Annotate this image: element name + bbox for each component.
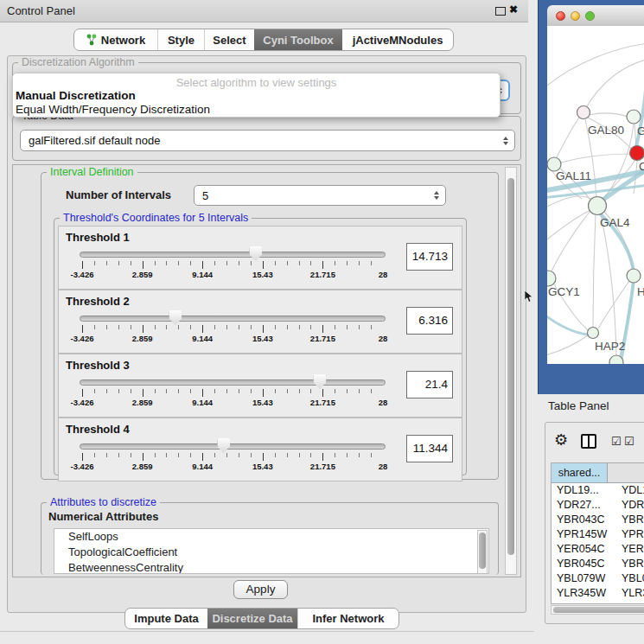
attributes-list[interactable]: SelfLoops TopologicalCoefficient Between… [54, 528, 489, 574]
tick-label: 2.859 [132, 270, 153, 279]
threshold-value-field[interactable]: 11.344 [406, 435, 453, 462]
slider-knob[interactable] [217, 438, 230, 453]
threshold-slider[interactable]: -3.426 2.859 9.144 15.43 21.715 28 [80, 314, 386, 343]
tab-impute-data[interactable]: Impute Data [125, 609, 207, 628]
cell[interactable]: YDL1 [607, 483, 644, 498]
network-node-selected[interactable] [630, 146, 644, 161]
list-item[interactable]: TopologicalCoefficient [54, 545, 488, 560]
network-node[interactable] [588, 328, 599, 339]
table-row[interactable]: YBL079W YBL0 [552, 571, 644, 586]
table-data-combo[interactable]: galFiltered.sif default node [20, 130, 515, 151]
tick-label: 9.144 [192, 462, 213, 471]
slider-track[interactable] [80, 252, 386, 258]
slider-knob[interactable] [249, 246, 262, 261]
cell[interactable]: YPR1 [607, 527, 644, 542]
dropdown-option-manual[interactable]: Manual Discretization [16, 89, 136, 102]
interval-group-label: Interval Definition [47, 166, 137, 178]
network-node[interactable] [589, 197, 607, 215]
checkbox-icon[interactable]: ☑ [611, 435, 622, 448]
cell[interactable]: YLR345W [552, 586, 607, 601]
cell[interactable]: YER054C [552, 542, 607, 557]
cell[interactable]: YDR2 [607, 498, 644, 513]
tab-jactivemnodules[interactable]: jActiveMNodules [342, 29, 453, 50]
slider-tick-labels: -3.426 2.859 9.144 15.43 21.715 28 [82, 334, 383, 343]
columns-icon[interactable] [581, 434, 596, 449]
cell[interactable]: YBR0 [607, 557, 644, 571]
tab-discretize-data[interactable]: Discretize Data [207, 609, 297, 628]
slider-track[interactable] [80, 316, 386, 322]
tab-cyni-toolbox[interactable]: Cyni Toolbox [254, 29, 342, 50]
table-row[interactable]: YLR345W YLR3 [552, 586, 644, 601]
cell[interactable]: YBR0 [607, 513, 644, 527]
threshold-slider[interactable]: -3.426 2.859 9.144 15.43 21.715 28 [80, 378, 386, 407]
network-node[interactable] [627, 269, 641, 283]
float-window-button[interactable] [495, 7, 506, 16]
table-row[interactable]: YIL052C YIL0 [552, 601, 644, 604]
tick-label: 21.715 [310, 462, 335, 471]
network-node[interactable] [627, 110, 641, 124]
settings-scrollbar[interactable] [505, 167, 517, 575]
close-traffic-light[interactable] [556, 11, 565, 21]
tick-label: -3.426 [71, 334, 94, 343]
slider-knob[interactable] [169, 310, 182, 325]
zoom-traffic-light[interactable] [585, 11, 595, 21]
list-item[interactable]: SelfLoops [54, 529, 488, 545]
gear-icon[interactable]: ⚙ [554, 432, 568, 448]
table-row[interactable]: YPR145W YPR1 [552, 527, 644, 542]
tab-style[interactable]: Style [157, 29, 204, 50]
cell[interactable]: YBL079W [552, 571, 607, 586]
top-tabbar: Network Style Select Cyni Toolbox jActiv… [73, 29, 454, 51]
list-item[interactable]: BetweennessCentrality [54, 560, 488, 574]
list-scrollbar[interactable] [477, 530, 488, 574]
threshold-slider[interactable]: -3.426 2.859 9.144 15.43 21.715 28 [80, 250, 386, 279]
tab-select[interactable]: Select [204, 29, 254, 50]
cell[interactable]: YDR27... [552, 498, 607, 513]
tab-network[interactable]: Network [74, 29, 157, 50]
table-row[interactable]: YBR045C YBR0 [552, 557, 644, 571]
table-body: YDL19... YDL1 YDR27... YDR2 YBR043C YBR0… [552, 483, 644, 604]
slider-tick-labels: -3.426 2.859 9.144 15.43 21.715 28 [82, 270, 383, 279]
column-header-name[interactable]: n [608, 463, 644, 482]
table-header-row: shared... n [552, 463, 644, 483]
cell[interactable]: YER0 [607, 542, 644, 557]
cell[interactable]: YBR045C [552, 557, 607, 571]
cell[interactable]: YPR145W [552, 527, 607, 542]
network-node[interactable] [577, 106, 590, 119]
threshold-value-field[interactable]: 21.4 [406, 371, 453, 399]
num-intervals-combo[interactable]: 5 [194, 185, 446, 206]
table-row[interactable]: YDR27... YDR2 [552, 498, 644, 513]
cell[interactable]: YDL19... [552, 483, 607, 498]
threshold-value-field[interactable]: 14.713 [406, 243, 453, 271]
cell[interactable]: YBL0 [607, 571, 644, 586]
cell[interactable]: YIL052C [552, 601, 607, 604]
tick-label: 28 [379, 398, 388, 407]
cell[interactable]: YBR043C [552, 513, 607, 527]
network-window-titlebar[interactable] [547, 5, 644, 27]
numerical-attributes-label: Numerical Attributes [48, 510, 158, 523]
table-hscrollbar[interactable] [551, 605, 644, 615]
cell[interactable]: YIL0 [607, 601, 644, 604]
tab-infer-network[interactable]: Infer Network [297, 609, 399, 628]
table-row[interactable]: YER054C YER0 [552, 542, 644, 557]
table-row[interactable]: YBR043C YBR0 [552, 513, 644, 527]
close-icon[interactable]: ✖ [509, 3, 518, 16]
network-node[interactable] [547, 271, 556, 286]
slider-track[interactable] [80, 443, 386, 450]
network-canvas[interactable]: GAL80 GA C GAL11 GAL4 GCY1 H HAP2 [547, 26, 644, 364]
slider-track[interactable] [80, 379, 386, 386]
slider-knob[interactable] [313, 374, 326, 389]
threshold-slider[interactable]: -3.426 2.859 9.144 15.43 21.715 28 [80, 442, 386, 471]
table-row[interactable]: YDL19... YDL1 [552, 483, 644, 498]
attributes-group-label: Attributes to discretize [47, 496, 160, 508]
cell[interactable]: YLR3 [607, 586, 644, 601]
algorithm-group-label: Discretization Algorithm [18, 56, 138, 68]
column-header-shared-name[interactable]: shared... [552, 463, 608, 482]
checkbox-icon[interactable]: ☑ [624, 435, 634, 448]
node-label: GAL4 [600, 216, 630, 229]
threshold-value-field[interactable]: 6.316 [406, 307, 453, 335]
dropdown-option-equal-width[interactable]: Equal Width/Frequency Discretization [16, 103, 210, 116]
apply-button[interactable]: Apply [233, 580, 288, 599]
network-node[interactable] [609, 355, 623, 364]
minimize-traffic-light[interactable] [571, 11, 580, 21]
table-data-value: galFiltered.sif default node [29, 134, 160, 147]
